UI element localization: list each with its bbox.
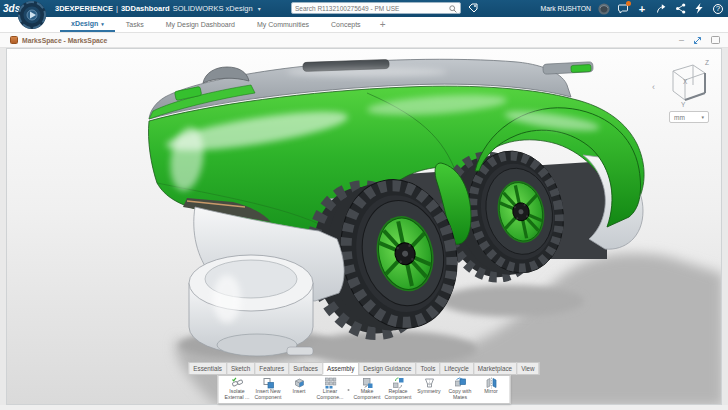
- ribbon-tab-assembly[interactable]: Assembly: [322, 362, 358, 375]
- brand-separator: |: [116, 4, 118, 13]
- add-tab-button[interactable]: +: [372, 17, 394, 32]
- ribbon-tab-lifecycle[interactable]: Lifecycle: [439, 362, 473, 375]
- mirror-button[interactable]: Mirror: [476, 376, 507, 403]
- assembly-toolbar: IsolateExternal ... Insert NewComponent …: [218, 375, 511, 404]
- toolbar-separator: [348, 389, 350, 391]
- ribbon-tab-bar: Essentials Sketch Features Surfaces Asse…: [188, 362, 539, 375]
- chevron-down-icon: ▾: [701, 114, 704, 120]
- user-name[interactable]: Mark RUSHTON: [541, 5, 591, 12]
- axis-x-label: X: [683, 78, 688, 85]
- panel-collapse-chevron-icon[interactable]: ‹: [652, 83, 655, 92]
- view-cube[interactable]: X Y Z: [659, 57, 711, 109]
- ribbon-tab-sketch[interactable]: Sketch: [226, 362, 254, 375]
- search-input[interactable]: [295, 5, 449, 12]
- share-network-icon[interactable]: [674, 3, 686, 15]
- ribbon-tab-marketplace[interactable]: Marketplace: [473, 362, 516, 375]
- units-dropdown[interactable]: mm ▾: [669, 111, 709, 123]
- ribbon-tab-surfaces[interactable]: Surfaces: [288, 362, 322, 375]
- window-bottom-frame: [0, 405, 728, 410]
- window-title: MarksSpace - MarksSpace: [22, 37, 107, 44]
- brand-3ddashboard: 3DDashboard: [121, 4, 170, 13]
- share-arrow-icon[interactable]: [655, 3, 667, 15]
- chevron-down-icon[interactable]: ▾: [258, 5, 261, 12]
- expand-icon[interactable]: [693, 36, 702, 45]
- tools-lightning-icon[interactable]: [693, 3, 705, 15]
- linear-component-pattern-button[interactable]: LinearCompone...: [315, 376, 346, 403]
- ribbon-tab-essentials[interactable]: Essentials: [188, 362, 226, 375]
- tab-tasks[interactable]: Tasks: [115, 17, 155, 32]
- add-icon[interactable]: +: [636, 3, 648, 15]
- minimize-icon[interactable]: –: [679, 37, 684, 43]
- tab-my-design-dashboard[interactable]: My Design Dashboard: [155, 17, 246, 32]
- insert-new-component-button[interactable]: Insert NewComponent: [253, 376, 284, 403]
- brand-3dexperience: 3DEXPERIENCE: [55, 4, 113, 13]
- units-value: mm: [674, 114, 685, 121]
- tab-concepts[interactable]: Concepts: [320, 17, 372, 32]
- rover-3d-model: [7, 49, 722, 405]
- xdesign-app: 3ds 3DEXPERIENCE | 3DDashboard SOLIDWORK…: [0, 0, 728, 410]
- window-header: MarksSpace - MarksSpace –: [0, 33, 728, 48]
- ribbon-tab-features[interactable]: Features: [254, 362, 288, 375]
- symmetry-button[interactable]: Symmetry: [414, 376, 445, 403]
- axis-y-label: Y: [681, 101, 686, 108]
- chevron-down-icon: ▾: [101, 21, 104, 27]
- brand-title[interactable]: 3DEXPERIENCE | 3DDashboard SOLIDWORKS xD…: [55, 4, 261, 13]
- ribbon-tab-tools[interactable]: Tools: [416, 362, 440, 375]
- make-component-button[interactable]: MakeComponent: [352, 376, 383, 403]
- ribbon-tab-design-guidance[interactable]: Design Guidance: [358, 362, 415, 375]
- search-icon[interactable]: [449, 0, 457, 17]
- replace-component-button[interactable]: ReplaceComponent: [383, 376, 414, 403]
- app-tab-bar: xDesign ▾ Tasks My Design Dashboard My C…: [0, 17, 728, 33]
- isolate-external-button[interactable]: IsolateExternal ...: [222, 376, 253, 403]
- 3d-viewport-canvas[interactable]: ‹ X Y Z mm ▾: [6, 48, 722, 405]
- tab-xdesign-label: xDesign: [71, 20, 98, 27]
- ribbon-tab-view[interactable]: View: [516, 362, 540, 375]
- window-mode-icon[interactable]: [711, 36, 720, 44]
- tab-xdesign[interactable]: xDesign ▾: [60, 17, 115, 32]
- 3dcompass-icon[interactable]: [17, 0, 47, 30]
- insert-button[interactable]: Insert: [284, 376, 315, 403]
- tag-icon[interactable]: [467, 2, 479, 14]
- tab-my-communities[interactable]: My Communities: [246, 17, 320, 32]
- avatar[interactable]: [598, 3, 610, 15]
- axis-z-label: Z: [705, 59, 709, 66]
- copy-with-mates-button[interactable]: Copy withMates: [445, 376, 476, 403]
- help-icon[interactable]: ?: [712, 3, 724, 15]
- notification-badge: [626, 1, 631, 6]
- global-search: [291, 2, 461, 14]
- top-bar: 3ds 3DEXPERIENCE | 3DDashboard SOLIDWORK…: [0, 0, 728, 17]
- workspace-icon: [10, 36, 18, 44]
- brand-suffix: SOLIDWORKS xDesign: [173, 4, 253, 13]
- notifications-icon[interactable]: [617, 3, 629, 15]
